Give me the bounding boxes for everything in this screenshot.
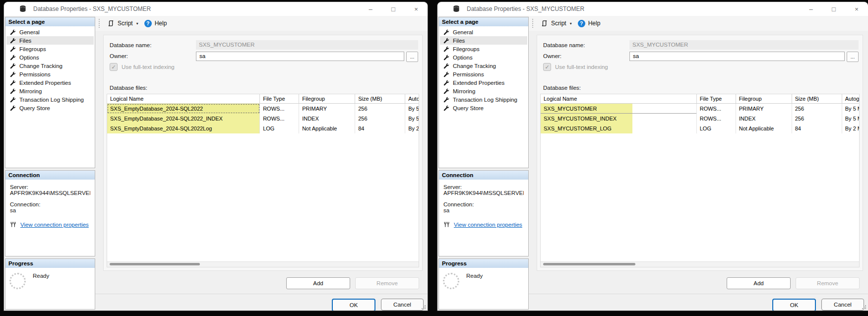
sidebar-item-filegroups[interactable]: Filegroups [440, 45, 527, 53]
add-button[interactable]: Add [286, 277, 350, 289]
cell-filegroup[interactable]: Not Applicable [299, 124, 355, 133]
close-button[interactable]: × [845, 2, 868, 16]
sidebar-item-permissions[interactable]: Permissions [440, 70, 527, 78]
column-header-autogrowth[interactable]: Autogrowth / [842, 94, 859, 103]
horizontal-scrollbar[interactable] [541, 261, 859, 267]
column-header-filegroup[interactable]: Filegroup [299, 94, 355, 103]
ok-button[interactable]: OK [772, 299, 816, 311]
wrench-icon [10, 29, 16, 35]
browse-owner-button[interactable]: ... [406, 52, 418, 62]
close-button[interactable]: × [405, 2, 428, 16]
cell-file-type[interactable]: ROWS... [260, 114, 299, 124]
cell-logical-name[interactable]: SXS_EmptyDatabase_2024-SQL2022Log [107, 124, 260, 133]
sidebar-item-change-tracking[interactable]: Change Tracking [440, 62, 527, 70]
cell-autogrowth[interactable]: By 5 MB, Unli [842, 114, 859, 124]
view-connection-properties-link[interactable]: View connection properties [20, 222, 89, 228]
sidebar-item-change-tracking[interactable]: Change Tracking [6, 62, 94, 70]
cell-filegroup[interactable]: Not Applicable [736, 124, 792, 133]
cell-file-type[interactable]: LOG [697, 124, 736, 133]
column-header-file-type[interactable]: File Type [260, 94, 299, 103]
cancel-button[interactable]: Cancel [821, 299, 864, 311]
add-button[interactable]: Add [727, 277, 791, 289]
owner-field[interactable]: sa [629, 52, 845, 61]
maximize-button[interactable]: □ [822, 2, 845, 16]
cell-file-type[interactable]: ROWS... [260, 104, 299, 114]
cell-size[interactable]: 256 [792, 114, 842, 124]
sidebar-item-mirroring[interactable]: Mirroring [440, 87, 527, 95]
cell-logical-name[interactable]: SXS_MYCUSTOMER_LOG [541, 124, 697, 133]
script-icon [541, 20, 548, 27]
cell-autogrowth[interactable]: By 2 MB, Limi [405, 124, 419, 133]
help-button[interactable]: ? Help [575, 18, 604, 29]
ok-button[interactable]: OK [332, 299, 375, 311]
sidebar-item-query-store[interactable]: Query Store [6, 104, 94, 112]
sidebar-item-extended-properties[interactable]: Extended Properties [6, 78, 94, 87]
scrollbar-thumb[interactable] [543, 263, 635, 265]
resize-grip-icon[interactable] [861, 304, 867, 310]
column-header-size[interactable]: Size (MB) [355, 94, 405, 103]
sidebar-item-options[interactable]: Options [6, 53, 94, 62]
sidebar-item-filegroups[interactable]: Filegroups [6, 45, 94, 53]
cell-logical-name[interactable]: SXS_MYCUSTOMER [541, 104, 697, 114]
column-header-file-type[interactable]: File Type [697, 94, 736, 103]
column-header-filegroup[interactable]: Filegroup [736, 94, 792, 103]
table-row[interactable]: SXS_EmptyDatabase_2024-SQL2022Log LOG No… [107, 124, 419, 133]
sidebar-item-general[interactable]: General [440, 28, 527, 36]
cell-filegroup[interactable]: INDEX [299, 114, 355, 124]
cell-autogrowth[interactable]: By 5 MB, Unli [842, 104, 859, 114]
cell-file-type[interactable]: LOG [260, 124, 299, 133]
browse-owner-button[interactable]: ... [847, 52, 859, 62]
cell-filegroup[interactable]: PRIMARY [736, 104, 792, 114]
sidebar-item-options[interactable]: Options [440, 53, 527, 62]
view-connection-properties-link[interactable]: View connection properties [454, 222, 522, 228]
title-bar[interactable]: Database Properties - SXS_MYCUSTOMER – □… [437, 2, 868, 16]
column-header-autogrowth[interactable]: Autogrowth / [405, 94, 419, 103]
column-header-logical-name[interactable]: Logical Name [107, 94, 260, 103]
sidebar-item-general[interactable]: General [6, 28, 94, 36]
table-row[interactable]: SXS_MYCUSTOMER_INDEX ROWS... INDEX 256 B… [541, 114, 859, 124]
help-button[interactable]: ? Help [141, 18, 170, 29]
horizontal-scrollbar[interactable] [107, 261, 419, 267]
sidebar-item-extended-properties[interactable]: Extended Properties [440, 78, 527, 87]
owner-field[interactable]: sa [196, 52, 404, 61]
minimize-button[interactable]: – [800, 2, 822, 16]
wrench-icon [443, 46, 449, 52]
cell-autogrowth[interactable]: By 5 MB, Unli [405, 114, 419, 124]
cell-size[interactable]: 256 [792, 104, 842, 114]
cell-logical-name[interactable]: SXS_MYCUSTOMER_INDEX [541, 114, 697, 124]
table-row[interactable]: SXS_EmptyDatabase_2024-SQL2022 ROWS... P… [107, 104, 419, 114]
cell-size[interactable]: 84 [792, 124, 842, 133]
title-bar[interactable]: Database Properties - SXS_MYCUSTOMER – □… [4, 2, 428, 16]
sidebar-item-files[interactable]: Files [440, 36, 527, 45]
sidebar-item-files[interactable]: Files [6, 36, 94, 45]
cell-autogrowth[interactable]: By 2 MB, Limi [842, 124, 859, 133]
cell-file-type[interactable]: ROWS... [697, 104, 736, 114]
script-button[interactable]: Script ▾ [105, 18, 141, 28]
sidebar-item-permissions[interactable]: Permissions [6, 70, 94, 78]
sidebar-item-query-store[interactable]: Query Store [440, 104, 527, 112]
cancel-button[interactable]: Cancel [381, 299, 424, 311]
cell-logical-name[interactable]: SXS_EmptyDatabase_2024-SQL2022 [107, 104, 260, 114]
cell-file-type[interactable]: ROWS... [697, 114, 736, 124]
cell-autogrowth[interactable]: By 5 MB, Unli [405, 104, 419, 114]
cell-size[interactable]: 256 [355, 114, 405, 124]
cell-size[interactable]: 84 [355, 124, 405, 133]
column-header-size[interactable]: Size (MB) [792, 94, 842, 103]
column-header-logical-name[interactable]: Logical Name [541, 94, 697, 103]
cell-filegroup[interactable]: PRIMARY [299, 104, 355, 114]
cell-filegroup[interactable]: INDEX [736, 114, 792, 124]
table-row[interactable]: SXS_MYCUSTOMER_LOG LOG Not Applicable 84… [541, 124, 859, 133]
sidebar-item-transaction-log-shipping[interactable]: Transaction Log Shipping [440, 95, 527, 104]
table-row[interactable]: SXS_EmptyDatabase_2024-SQL2022_INDEX ROW… [107, 114, 419, 124]
resize-grip-icon[interactable] [421, 304, 426, 310]
cell-size[interactable]: 256 [355, 104, 405, 114]
maximize-button[interactable]: □ [382, 2, 405, 16]
table-row[interactable]: SXS_MYCUSTOMER ROWS... PRIMARY 256 By 5 … [541, 104, 859, 114]
minimize-button[interactable]: – [359, 2, 382, 16]
sidebar-item-label: Query Store [19, 105, 50, 111]
sidebar-item-transaction-log-shipping[interactable]: Transaction Log Shipping [6, 95, 94, 104]
cell-logical-name[interactable]: SXS_EmptyDatabase_2024-SQL2022_INDEX [107, 114, 260, 124]
sidebar-item-mirroring[interactable]: Mirroring [6, 87, 94, 95]
scrollbar-thumb[interactable] [110, 263, 200, 265]
script-button[interactable]: Script ▾ [538, 18, 575, 28]
